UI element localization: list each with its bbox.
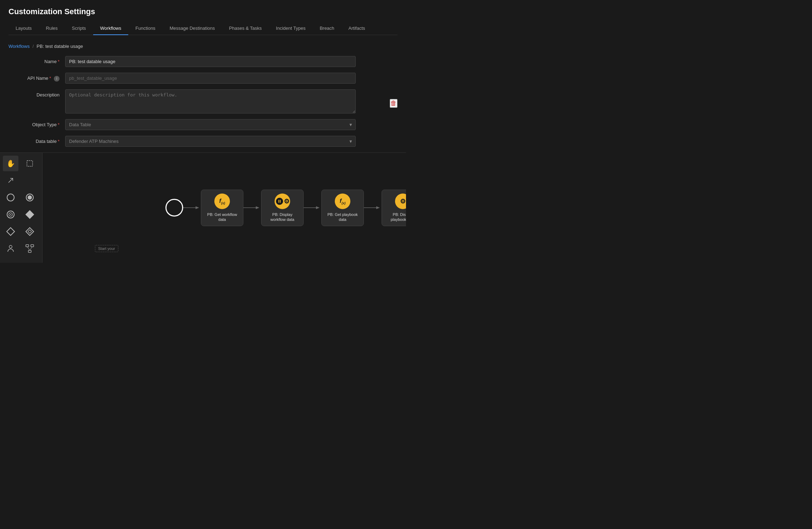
svg-marker-23 xyxy=(316,206,320,209)
description-label: Description xyxy=(9,89,65,98)
svg-line-17 xyxy=(30,247,32,250)
tab-scripts[interactable]: Scripts xyxy=(65,22,93,35)
tab-layouts[interactable]: Layouts xyxy=(9,22,39,35)
svg-rect-15 xyxy=(28,250,31,252)
tab-rules[interactable]: Rules xyxy=(39,22,65,35)
svg-marker-10 xyxy=(26,228,34,235)
breadcrumb-current: PB: test datable usage xyxy=(36,44,83,49)
data-table-select[interactable]: Defender ATP Machines xyxy=(65,136,356,147)
form-row-name: Name* xyxy=(9,56,397,67)
object-type-label: Object Type* xyxy=(9,119,65,127)
node-get-playbook[interactable]: f(x) PB: Get playbook data xyxy=(321,190,364,226)
diamond-tool[interactable] xyxy=(22,207,38,222)
form-row-description: Description xyxy=(9,89,397,113)
required-indicator: * xyxy=(58,122,60,127)
tab-workflows[interactable]: Workflows xyxy=(93,22,129,35)
name-label: Name* xyxy=(9,56,65,64)
tab-breach[interactable]: Breach xyxy=(312,22,341,35)
svg-point-4 xyxy=(28,195,32,200)
nav-tabs: Layouts Rules Scripts Workflows Function… xyxy=(9,22,397,35)
description-input[interactable] xyxy=(65,89,356,113)
svg-marker-8 xyxy=(26,211,34,218)
svg-point-7 xyxy=(10,214,11,215)
circle-filled-tool[interactable] xyxy=(22,190,38,205)
page-header: Customization Settings Layouts Rules Scr… xyxy=(0,0,406,39)
arrow-tool[interactable] xyxy=(3,173,18,188)
svg-rect-0 xyxy=(27,161,33,166)
breadcrumb-link[interactable]: Workflows xyxy=(9,44,30,49)
data-table-select-wrapper: Defender ATP Machines ▼ xyxy=(65,136,356,147)
function-icon: f(x) xyxy=(335,194,350,209)
tab-incident-types[interactable]: Incident Types xyxy=(269,22,313,35)
script-icon: ⚙ xyxy=(395,194,406,209)
node-label: PB: Get workflow data xyxy=(204,212,240,222)
svg-marker-21 xyxy=(256,206,259,209)
svg-marker-19 xyxy=(196,206,199,209)
api-name-label: API Name* i xyxy=(9,73,65,82)
svg-line-1 xyxy=(9,178,13,183)
required-indicator: * xyxy=(58,139,60,144)
connector-arrow xyxy=(183,204,201,211)
start-label: Start your xyxy=(95,245,118,252)
form-row-data-table: Data table* Defender ATP Machines ▼ xyxy=(9,136,397,147)
page-title: Customization Settings xyxy=(9,7,397,16)
tab-phases-tasks[interactable]: Phases & Tasks xyxy=(222,22,269,35)
api-name-input[interactable] xyxy=(65,73,356,84)
svg-rect-14 xyxy=(31,245,34,247)
connector-arrow xyxy=(243,204,261,211)
function-icon: f(x) xyxy=(214,194,230,209)
object-type-select[interactable]: Data Table xyxy=(65,119,356,130)
connector-arrow xyxy=(304,204,321,211)
node-label: PB: Get playbook data xyxy=(325,212,361,222)
node-display-workflow[interactable]: ⚙ PB: Display workflow data xyxy=(261,190,304,226)
form-row-object-type: Object Type* Data Table ▼ xyxy=(9,119,397,130)
person-tool[interactable] xyxy=(3,241,18,256)
workflow-toolbar: ✋ xyxy=(0,153,43,263)
connector-arrow xyxy=(364,204,382,211)
svg-marker-11 xyxy=(28,230,32,233)
svg-point-12 xyxy=(9,245,12,248)
object-type-select-wrapper: Data Table ▼ xyxy=(65,119,356,130)
tab-artifacts[interactable]: Artifacts xyxy=(342,22,372,35)
svg-line-16 xyxy=(27,247,30,250)
select-tool[interactable] xyxy=(22,156,38,171)
name-input[interactable] xyxy=(65,56,356,67)
network-tool[interactable] xyxy=(22,241,38,256)
form-row-api-name: API Name* i xyxy=(9,73,397,84)
tab-message-destinations[interactable]: Message Destinations xyxy=(163,22,222,35)
diamond-outline-tool[interactable] xyxy=(3,224,18,239)
node-get-workflow[interactable]: f(x) PB: Get workflow data xyxy=(201,190,243,226)
workflow-nodes: f(x) PB: Get workflow data ⚙ PB: Disp xyxy=(165,190,406,226)
node-display-playbook[interactable]: ⚙ PB: Display playbook data xyxy=(382,190,406,226)
required-indicator: * xyxy=(49,76,51,81)
hand-tool[interactable]: ✋ xyxy=(3,156,18,171)
tab-functions[interactable]: Functions xyxy=(128,22,162,35)
node-label: PB: Display workflow data xyxy=(264,212,300,222)
svg-rect-13 xyxy=(26,245,29,247)
svg-point-2 xyxy=(7,194,14,201)
script-icon: ⚙ xyxy=(275,194,290,209)
start-node[interactable] xyxy=(165,199,183,217)
data-table-label: Data table* xyxy=(9,136,65,144)
required-indicator: * xyxy=(58,59,60,64)
workflow-form: Name* API Name* i Description Object Typ… xyxy=(9,56,397,147)
svg-marker-9 xyxy=(7,228,15,235)
diamond-inner-tool[interactable] xyxy=(22,224,38,239)
svg-marker-25 xyxy=(376,206,380,209)
api-name-info-icon[interactable]: i xyxy=(54,76,60,82)
circle-empty-tool[interactable] xyxy=(3,190,18,205)
workflow-canvas-area: ✋ xyxy=(0,153,406,263)
target-tool[interactable] xyxy=(3,207,18,222)
blank-tool xyxy=(22,173,38,188)
workflow-canvas[interactable]: f(x) PB: Get workflow data ⚙ PB: Disp xyxy=(43,153,406,263)
breadcrumb: Workflows / PB: test datable usage xyxy=(9,44,397,49)
breadcrumb-separator: / xyxy=(33,44,34,49)
node-label: PB: Display playbook data xyxy=(385,212,406,222)
